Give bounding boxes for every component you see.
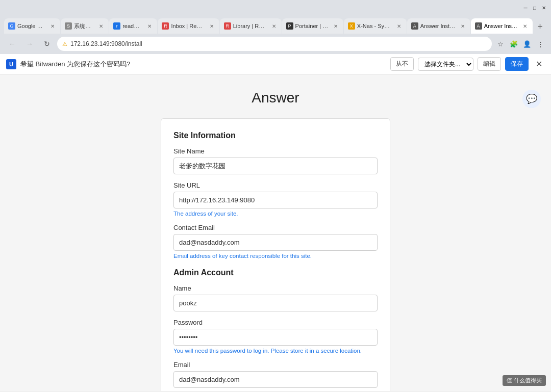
admin-email-hint: You will need this email to log in. [173, 390, 378, 391]
admin-section: Admin Account Name Password You will nee… [173, 268, 378, 391]
page-title: Answer [161, 90, 390, 106]
tab-title: Portainer | lo... [295, 23, 329, 29]
tab-favicon: S [65, 22, 72, 30]
tab-close-icon[interactable]: ✕ [208, 22, 215, 30]
tab-favicon: R [162, 22, 169, 30]
admin-section-title: Admin Account [173, 268, 378, 277]
site-name-label: Site Name [173, 147, 378, 155]
reload-button[interactable]: ↻ [40, 37, 54, 51]
contact-email-label: Contact Email [173, 224, 378, 231]
admin-password-hint: You will need this password to log in. P… [173, 348, 378, 354]
contact-email-field-group: Contact Email Email address of key conta… [173, 224, 378, 259]
tab-xnas[interactable]: X X-Nas - Sync... ✕ [344, 18, 407, 34]
admin-email-label: Email [173, 361, 378, 369]
bookmark-icon[interactable]: ☆ [495, 38, 506, 49]
tab-system-status[interactable]: S 系统状态 ✕ [61, 18, 109, 34]
address-bar-row: ← → ↻ ⚠ 172.16.23.149:9080/install ☆ 🧩 👤… [0, 34, 551, 54]
help-icon: 💬 [522, 90, 541, 108]
extensions-icon[interactable]: 🧩 [508, 38, 519, 49]
bitwarden-decline-button[interactable]: 从不 [390, 57, 414, 71]
browser-chrome: ─ □ ✕ G Google 日历 ✕ S 系统状态 ✕ r readwise … [0, 0, 551, 54]
bitwarden-logo: U [6, 59, 16, 69]
tab-google-calendar[interactable]: G Google 日历 ✕ [4, 18, 60, 34]
menu-icon[interactable]: ⋮ [535, 38, 546, 49]
tab-close-icon[interactable]: ✕ [97, 22, 105, 30]
site-url-field-group: Site URL The address of your site. [173, 181, 378, 217]
address-bar[interactable]: ⚠ 172.16.23.149:9080/install [57, 37, 492, 51]
tab-bar: G Google 日历 ✕ S 系统状态 ✕ r readwise ✕ R In… [0, 15, 551, 34]
tab-favicon: P [286, 22, 293, 30]
bitwarden-close-icon[interactable]: ✕ [533, 58, 545, 70]
tab-close-icon[interactable]: ✕ [146, 22, 153, 30]
form-card: Site Information Site Name Site URL The … [161, 118, 390, 391]
tab-title: Library | Rea... [233, 23, 267, 29]
tab-title: X-Nas - Sync... [357, 23, 392, 29]
admin-password-input[interactable] [173, 329, 378, 346]
watermark-text: 值 什么值得买 [507, 377, 542, 384]
tab-close-icon[interactable]: ✕ [49, 22, 56, 30]
tab-title: 系统状态 [74, 22, 94, 30]
bitwarden-save-button[interactable]: 保存 [505, 57, 529, 71]
tab-title: Inbox | Read... [171, 23, 205, 29]
install-container: Answer Site Information Site Name Site U… [161, 90, 390, 391]
site-name-input[interactable] [173, 158, 378, 174]
bitwarden-bar: U 希望 Bitwarden 为您保存这个密码吗? 从不 选择文件夹... 编辑… [0, 54, 551, 74]
bitwarden-prompt-text: 希望 Bitwarden 为您保存这个密码吗? [20, 60, 386, 69]
tab-title: readwise [122, 23, 143, 29]
admin-email-input[interactable] [173, 371, 378, 388]
site-info-section-title: Site Information [173, 131, 378, 140]
window-controls[interactable]: ─ □ ✕ [522, 5, 547, 11]
url-text: 172.16.23.149:9080/install [70, 40, 142, 47]
admin-name-input[interactable] [173, 295, 378, 311]
site-url-hint: The address of your site. [173, 211, 378, 217]
back-button[interactable]: ← [5, 37, 19, 51]
watermark: 值 什么值得买 [503, 375, 546, 386]
tab-title: Google 日历 [17, 22, 46, 30]
tab-close-icon[interactable]: ✕ [270, 22, 278, 30]
security-warning-icon: ⚠ [62, 41, 67, 47]
minimize-button[interactable]: ─ [522, 5, 529, 11]
profile-icon[interactable]: 👤 [521, 38, 533, 49]
admin-password-label: Password [173, 319, 378, 326]
contact-email-hint: Email address of key contact responsible… [173, 253, 378, 259]
close-button[interactable]: ✕ [541, 5, 547, 11]
admin-name-label: Name [173, 284, 378, 292]
tab-inbox[interactable]: R Inbox | Read... ✕ [158, 18, 219, 34]
tab-title: Answer Instal... [420, 23, 456, 29]
main-content: 💬 Answer Site Information Site Name Site… [0, 74, 551, 391]
site-name-field-group: Site Name [173, 147, 378, 174]
tab-close-icon[interactable]: ✕ [332, 22, 339, 30]
tab-readwise[interactable]: r readwise ✕ [109, 18, 157, 34]
tab-portainer[interactable]: P Portainer | lo... ✕ [282, 18, 343, 34]
tab-favicon: X [348, 22, 355, 30]
admin-password-field-group: Password You will need this password to … [173, 319, 378, 354]
tab-title: Answer Insta... [484, 23, 519, 29]
toolbar-icons: ☆ 🧩 👤 ⋮ [495, 38, 546, 49]
admin-email-field-group: Email You will need this email to log in… [173, 361, 378, 391]
tab-close-icon[interactable]: ✕ [395, 22, 403, 30]
maximize-button[interactable]: □ [532, 5, 538, 11]
tab-favicon: A [475, 22, 482, 30]
tab-library[interactable]: R Library | Rea... ✕ [220, 18, 282, 34]
tab-favicon: R [224, 22, 231, 30]
tab-favicon: A [411, 22, 418, 30]
forward-button[interactable]: → [22, 37, 37, 51]
tab-answer-install-1[interactable]: A Answer Instal... ✕ [407, 18, 470, 34]
tab-favicon: G [8, 22, 15, 30]
tab-answer-install-2[interactable]: A Answer Insta... ✕ [471, 18, 533, 34]
new-tab-button[interactable]: + [533, 19, 547, 34]
contact-email-input[interactable] [173, 234, 378, 251]
tab-close-icon[interactable]: ✕ [521, 22, 529, 30]
site-url-label: Site URL [173, 181, 378, 189]
bitwarden-edit-button[interactable]: 编辑 [478, 57, 501, 71]
title-bar: ─ □ ✕ [0, 0, 551, 15]
bitwarden-folder-select[interactable]: 选择文件夹... [418, 58, 473, 71]
tab-close-icon[interactable]: ✕ [459, 22, 466, 30]
tab-favicon: r [113, 22, 120, 30]
site-url-input[interactable] [173, 192, 378, 208]
admin-name-field-group: Name [173, 284, 378, 311]
